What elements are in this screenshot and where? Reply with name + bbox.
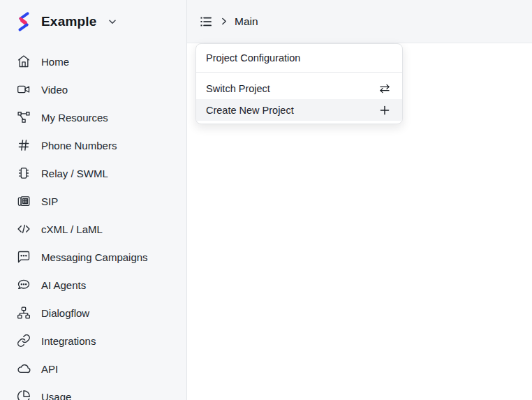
sidebar-item-messaging-campaigns[interactable]: Messaging Campaigns — [0, 243, 186, 271]
menu-item-label: Project Configuration — [206, 52, 300, 64]
sidebar-item-sip[interactable]: SIP — [0, 187, 186, 215]
project-name: Example — [41, 14, 97, 29]
menu-item-label: Switch Project — [206, 83, 270, 94]
chevron-right-icon — [219, 17, 228, 26]
sidebar-item-label: Video — [41, 84, 68, 96]
sidebar-item-label: cXML / LaML — [41, 223, 103, 235]
vector-nodes-icon — [17, 110, 31, 124]
project-selector[interactable]: Example — [0, 0, 186, 43]
sidebar-item-label: Integrations — [41, 335, 96, 347]
menu-item-switch-project[interactable]: Switch Project — [196, 77, 402, 99]
chip-icon — [17, 166, 31, 180]
sidebar-item-ai-agents[interactable]: AI Agents — [0, 271, 186, 299]
menu-item-project-configuration[interactable]: Project Configuration — [196, 44, 402, 73]
sidebar-item-relay-swml[interactable]: Relay / SWML — [0, 159, 186, 187]
project-dropdown-menu: Project Configuration Switch Project Cre… — [195, 43, 403, 124]
sidebar-item-cxml-laml[interactable]: cXML / LaML — [0, 215, 186, 243]
main-area: Main Project Configuration Switch Projec… — [187, 0, 532, 400]
home-icon — [17, 54, 31, 68]
sidebar-item-api[interactable]: API — [0, 355, 186, 383]
content-area: Project Configuration Switch Project Cre… — [187, 43, 532, 400]
sidebar-item-integrations[interactable]: Integrations — [0, 327, 186, 355]
sidebar-item-label: Relay / SWML — [41, 168, 108, 179]
sidebar-item-label: API — [41, 363, 58, 375]
hash-icon — [17, 138, 31, 152]
plus-icon — [378, 104, 391, 117]
sidebar-item-label: AI Agents — [41, 279, 86, 291]
swap-arrows-icon — [378, 82, 391, 95]
sidebar-item-label: Usage — [41, 391, 71, 400]
topbar: Main — [187, 0, 532, 43]
sitemap-icon — [17, 306, 31, 320]
video-camera-icon — [17, 82, 31, 96]
sidebar-item-label: Dialogflow — [41, 307, 89, 319]
sidebar: Example Home Video — [0, 0, 187, 400]
message-square-icon — [17, 250, 31, 264]
code-icon — [17, 222, 31, 236]
chat-bubble-icon — [17, 278, 31, 292]
chevron-down-icon — [107, 16, 118, 27]
sidebar-item-dialogflow[interactable]: Dialogflow — [0, 299, 186, 327]
cloud-icon — [17, 362, 31, 376]
sidebar-item-home[interactable]: Home — [0, 47, 186, 75]
signalwire-logo-icon — [15, 11, 33, 32]
list-icon[interactable] — [199, 15, 213, 29]
menu-item-create-new-project[interactable]: Create New Project — [196, 99, 402, 121]
sidebar-item-phone-numbers[interactable]: Phone Numbers — [0, 131, 186, 159]
sidebar-item-video[interactable]: Video — [0, 75, 186, 103]
sidebar-item-label: SIP — [41, 195, 58, 207]
app-window: Example Home Video — [0, 0, 532, 400]
sidebar-item-label: My Resources — [41, 112, 108, 124]
sidebar-item-my-resources[interactable]: My Resources — [0, 103, 186, 131]
sidebar-item-label: Phone Numbers — [41, 140, 117, 151]
sidebar-item-label: Home — [41, 56, 69, 68]
sidebar-nav: Home Video My Resources — [0, 43, 186, 400]
breadcrumb-current[interactable]: Main — [235, 15, 258, 28]
menu-item-label: Create New Project — [206, 105, 294, 116]
pie-chart-icon — [17, 390, 31, 400]
sidebar-item-label: Messaging Campaigns — [41, 251, 148, 263]
link-icon — [17, 334, 31, 348]
menu-group: Switch Project Create New Project — [196, 73, 402, 124]
desk-phone-icon — [17, 194, 31, 208]
sidebar-item-usage[interactable]: Usage — [0, 383, 186, 400]
